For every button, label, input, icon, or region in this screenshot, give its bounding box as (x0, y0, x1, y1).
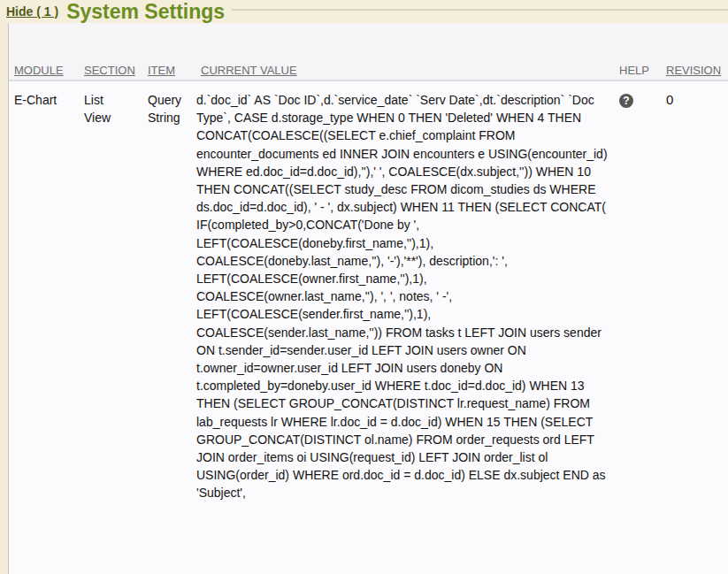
help-cell: ? (619, 91, 666, 502)
help-question-icon[interactable]: ? (619, 94, 633, 108)
column-header-item[interactable]: ITEM (148, 64, 196, 77)
section-value: List View (84, 91, 119, 126)
column-header-section[interactable]: SECTION (84, 64, 148, 77)
settings-table-header: MODULE SECTION ITEM CURRENT VALUE HELP R… (9, 23, 728, 81)
left-margin-strip (0, 23, 9, 574)
item-cell: Query String (148, 91, 196, 502)
revision-cell: 0 (666, 91, 728, 502)
page-header-band: Hide ( 1 ) System Settings (0, 0, 728, 23)
column-header-module[interactable]: MODULE (14, 64, 84, 77)
column-header-help: HELP (619, 64, 666, 77)
current-value-cell: d.`doc_id` AS `Doc ID`,d.`service_date` … (196, 91, 619, 502)
settings-panel: MODULE SECTION ITEM CURRENT VALUE HELP R… (9, 23, 728, 574)
hide-link[interactable]: Hide ( 1 ) (6, 4, 58, 19)
column-header-current-value[interactable]: CURRENT VALUE (196, 64, 619, 77)
column-header-revision[interactable]: REVISION (666, 64, 728, 77)
title-rule (232, 9, 728, 11)
table-row: E-Chart List View Query String d.`doc_id… (9, 81, 728, 502)
module-cell: E-Chart (14, 91, 84, 502)
section-cell: List View (84, 91, 148, 502)
page-title: System Settings (66, 0, 225, 23)
